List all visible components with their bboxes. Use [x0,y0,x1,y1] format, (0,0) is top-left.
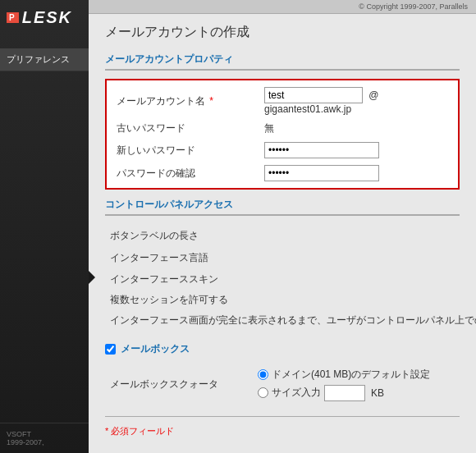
quota-radio-group: ドメイン(401 MB)のデフォルト設定 サイズ入力 KB [258,368,455,401]
main-content: © Copyright 1999-2007, Parallels メールアカウン… [89,0,476,453]
sidebar-arrow [89,271,95,284]
required-star: * [209,95,213,107]
mailbox-section-link[interactable]: メールボックス [121,342,190,356]
wait-load-row: インターフェース画面が完全に表示されるまで、ユーザがコントロールパネル上での作業… [105,310,476,331]
footer-line1: VSOFT [7,430,82,438]
btn-length-row: ボタンラベルの長さ [105,224,476,247]
quota-custom-row: サイズ入力 KB [258,385,455,401]
multi-session-row: 複数セッションを許可する [105,290,476,310]
divider [105,416,460,417]
quota-unit: KB [371,387,384,399]
required-note: * 必須フィールド [105,425,460,437]
old-password-label: 古いパスワード [112,118,259,139]
confirm-password-row: パスワードの確認 [112,162,453,185]
logo-box: P [7,12,19,23]
sidebar: P LESK プリファレンス VSOFT 1999-2007, [0,0,89,453]
mailbox-checkbox[interactable] [105,344,116,355]
section2-title: コントロールパネルアクセス [105,198,460,216]
btn-length-label: ボタンラベルの長さ [105,224,476,247]
content-area: メールアカウントの作成 メールアカウントプロパティ メールアカウント名 * @ … [89,14,476,449]
sidebar-item-label: プリファレンス [7,54,70,64]
section1-title: メールアカウントプロパティ [105,53,460,71]
top-bar: © Copyright 1999-2007, Parallels [89,0,476,14]
confirm-password-label: パスワードの確認 [112,162,259,185]
interface-lang-row: インターフェース言語 JAPANESE (Japan) ENGLISH (Eng… [105,247,476,268]
footer-line2: 1999-2007, [7,438,82,446]
quota-custom-label: サイズ入力 [272,386,321,400]
sidebar-item-preferences[interactable]: プリファレンス [0,48,89,71]
multi-session-label: 複数セッションを許可する [105,290,476,310]
mailbox-quota-row: メールボックスクォータ ドメイン(401 MB)のデフォルト設定 サイズ入力 K… [105,364,460,405]
mailbox-quota-label: メールボックスクォータ [105,364,253,405]
old-password-row: 古いパスワード 無 [112,118,453,139]
confirm-password-input[interactable] [264,165,379,181]
sidebar-nav: プリファレンス [0,48,89,423]
page-title: メールアカウントの作成 [105,24,460,41]
old-password-value: 無 [259,118,453,139]
interface-lang-label: インターフェース言語 [105,247,476,268]
mailbox-section-header: メールボックス [105,342,460,356]
account-table: メールアカウント名 * @ gigaantest01.awk.jp 古いパスワー… [112,84,453,185]
interface-skin-label: インターフェーススキン [105,268,476,290]
old-password-text: 無 [264,122,274,134]
control-panel-table: ボタンラベルの長さ インターフェース言語 JAPANESE (Japan) EN… [105,224,476,331]
email-input[interactable] [264,87,363,103]
quota-default-row: ドメイン(401 MB)のデフォルト設定 [258,368,455,382]
mailbox-table: メールボックスクォータ ドメイン(401 MB)のデフォルト設定 サイズ入力 K… [105,364,460,405]
account-name-row: メールアカウント名 * @ gigaantest01.awk.jp [112,84,453,118]
mailbox-quota-options: ドメイン(401 MB)のデフォルト設定 サイズ入力 KB [253,364,460,405]
account-name-label: メールアカウント名 * [112,84,259,118]
sidebar-logo: P LESK [0,0,79,32]
quota-default-label: ドメイン(401 MB)のデフォルト設定 [272,368,430,382]
sidebar-footer: VSOFT 1999-2007, [0,423,89,453]
new-password-row: 新しいパスワード [112,139,453,162]
new-password-value-cell [259,139,453,162]
new-password-label: 新しいパスワード [112,139,259,162]
interface-skin-row: インターフェーススキン Longhorn Black Default Blue [105,268,476,290]
copyright-text: © Copyright 1999-2007, Parallels [359,2,468,11]
new-password-input[interactable] [264,142,379,158]
wait-load-label: インターフェース画面が完全に表示されるまで、ユーザがコントロールパネル上での作業… [105,310,476,331]
confirm-password-value-cell [259,162,453,185]
account-section: メールアカウント名 * @ gigaantest01.awk.jp 古いパスワー… [105,79,460,190]
quota-default-radio[interactable] [258,369,268,380]
quota-size-input[interactable] [324,385,365,401]
logo-text: LESK [22,8,72,27]
quota-custom-radio[interactable] [258,387,268,398]
account-name-value-cell: @ gigaantest01.awk.jp [259,84,453,118]
